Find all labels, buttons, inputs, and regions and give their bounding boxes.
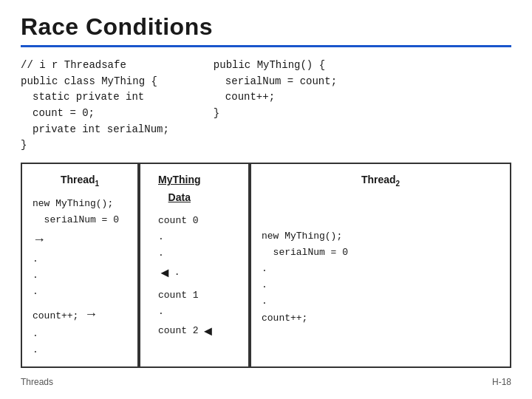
title-area: Race Conditions [21, 13, 511, 47]
m-line-1: count 0 [158, 213, 199, 229]
code-right: public MyThing() { serialNum = count; co… [214, 58, 337, 154]
footer: Threads H-18 [21, 374, 511, 387]
footer-right: H-18 [492, 377, 511, 387]
middle-header: MyThingData [158, 171, 201, 207]
thread1-box: Thread1 new MyThing(); serialNum = 0 → .… [21, 163, 139, 368]
t1-line-8: . [33, 342, 127, 358]
footer-left: Threads [21, 377, 53, 387]
code-left: // i r Threadsafe public class MyThing {… [21, 58, 169, 154]
t1-line-5: . [33, 284, 127, 300]
code-line-5: private int serialNum; [33, 122, 169, 138]
middle-box: MyThingData count 0 . . ◄ . count 1 . co… [139, 163, 250, 368]
t2-line-4: . [262, 277, 499, 293]
code-line-6: } [21, 137, 169, 154]
t2-line-blank1 [262, 196, 499, 212]
t1-line-6: count++; → [33, 303, 127, 326]
t2-line-3: . [262, 261, 499, 277]
code-section: // i r Threadsafe public class MyThing {… [21, 58, 511, 163]
m-line-5: count 1 [158, 287, 199, 304]
m-line-7: count 2 ◄ [158, 320, 214, 343]
code-line-3: static private int [33, 89, 169, 106]
code-right-line-2: serialNum = count; [225, 74, 337, 90]
t2-line-2: serialNum = 0 [262, 245, 499, 261]
m-line-3: . [158, 245, 164, 262]
code-line-1: // i r Threadsafe [21, 58, 169, 74]
thread2-box: Thread2 new MyThing(); serialNum = 0 . .… [250, 163, 511, 368]
thread2-header: Thread2 [262, 171, 499, 190]
code-line-4: count = 0; [33, 106, 169, 122]
code-line-2: public class MyThing { [21, 74, 169, 90]
thread1-subscript: 1 [95, 180, 100, 188]
t2-line-blank2 [262, 212, 499, 228]
t2-line-6: count++; [262, 310, 499, 327]
t1-line-4: . [33, 267, 127, 284]
t2-line-1: new MyThing(); [262, 228, 499, 245]
t1-line-3: . [33, 251, 127, 267]
code-right-line-3: count++; [225, 89, 337, 106]
t2-line-5: . [262, 293, 499, 310]
code-right-line-1: public MyThing() { [214, 58, 337, 74]
diagram-wrapper: Thread1 new MyThing(); serialNum = 0 → .… [21, 163, 511, 368]
t1-line-7: . [33, 326, 127, 342]
code-right-line-4: } [214, 106, 337, 122]
m-line-2: . [158, 229, 164, 245]
slide: Race Conditions // i r Threadsafe public… [0, 0, 532, 399]
thread2-subscript: 2 [396, 180, 400, 188]
t1-line-2: serialNum = 0 → [33, 212, 127, 251]
m-line-6: . [158, 304, 164, 320]
slide-title: Race Conditions [21, 13, 511, 41]
thread1-header: Thread1 [33, 171, 127, 190]
m-line-4: ◄ . [158, 262, 180, 284]
t1-line-1: new MyThing(); [33, 196, 127, 212]
